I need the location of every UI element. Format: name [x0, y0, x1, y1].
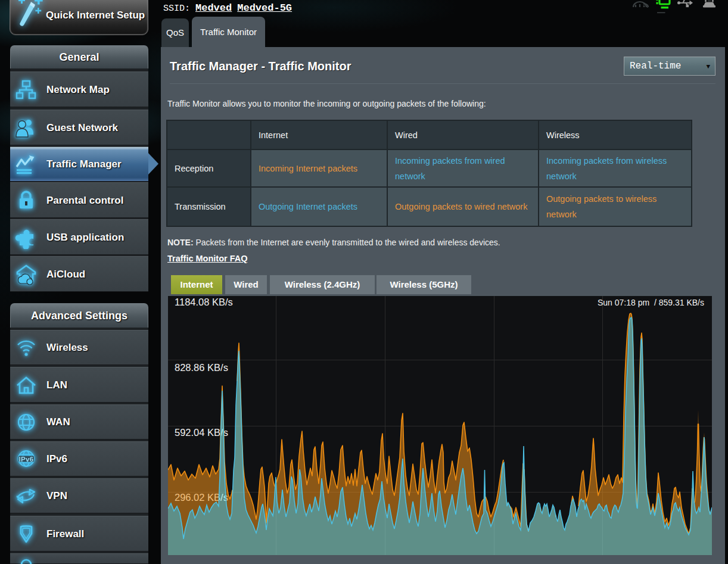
svg-text:IPv6: IPv6: [19, 456, 34, 463]
svg-text:1184.08 KB/s: 1184.08 KB/s: [175, 297, 233, 307]
svg-text:Sun 07:18 pm / 859.31 KB/s: Sun 07:18 pm / 859.31 KB/s: [598, 298, 704, 307]
svg-text:828.86 KB/s: 828.86 KB/s: [175, 362, 228, 373]
